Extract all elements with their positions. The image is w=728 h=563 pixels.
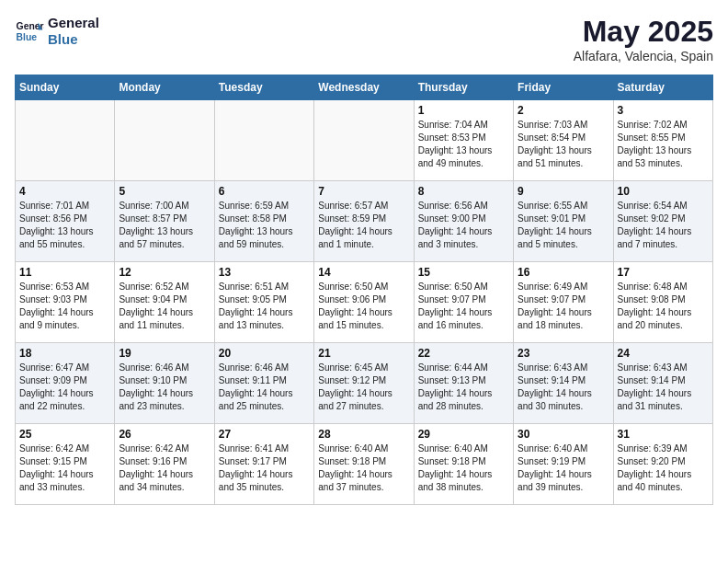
day-cell-30: 30Sunrise: 6:40 AM Sunset: 9:19 PM Dayli…	[514, 424, 613, 505]
week-row-1: 1Sunrise: 7:04 AM Sunset: 8:53 PM Daylig…	[16, 100, 713, 181]
day-number-7: 7	[318, 185, 409, 198]
day-info-28: Sunrise: 6:40 AM Sunset: 9:18 PM Dayligh…	[318, 442, 409, 494]
day-number-31: 31	[618, 428, 709, 441]
svg-text:Blue: Blue	[17, 32, 38, 42]
day-info-26: Sunrise: 6:42 AM Sunset: 9:16 PM Dayligh…	[119, 442, 210, 494]
day-cell-1: 1Sunrise: 7:04 AM Sunset: 8:53 PM Daylig…	[414, 100, 513, 181]
day-info-22: Sunrise: 6:44 AM Sunset: 9:13 PM Dayligh…	[418, 362, 509, 413]
day-cell-6: 6Sunrise: 6:59 AM Sunset: 8:58 PM Daylig…	[214, 181, 313, 262]
logo-icon: General Blue	[15, 17, 44, 46]
header-day-saturday: Saturday	[613, 75, 712, 100]
day-number-5: 5	[119, 185, 210, 198]
header-day-wednesday: Wednesday	[314, 75, 414, 100]
day-info-19: Sunrise: 6:46 AM Sunset: 9:10 PM Dayligh…	[119, 362, 210, 413]
header-day-thursday: Thursday	[414, 75, 513, 100]
calendar-header-row: SundayMondayTuesdayWednesdayThursdayFrid…	[16, 75, 713, 100]
day-cell-13: 13Sunrise: 6:51 AM Sunset: 9:05 PM Dayli…	[214, 262, 313, 343]
day-info-15: Sunrise: 6:50 AM Sunset: 9:07 PM Dayligh…	[418, 281, 509, 332]
day-info-12: Sunrise: 6:52 AM Sunset: 9:04 PM Dayligh…	[119, 281, 210, 332]
header-day-monday: Monday	[115, 75, 214, 100]
day-info-29: Sunrise: 6:40 AM Sunset: 9:18 PM Dayligh…	[418, 442, 509, 494]
day-number-14: 14	[318, 266, 409, 279]
day-number-23: 23	[518, 347, 609, 360]
day-info-14: Sunrise: 6:50 AM Sunset: 9:06 PM Dayligh…	[318, 281, 409, 332]
empty-cell	[314, 100, 414, 181]
day-cell-2: 2Sunrise: 7:03 AM Sunset: 8:54 PM Daylig…	[514, 100, 613, 181]
day-info-30: Sunrise: 6:40 AM Sunset: 9:19 PM Dayligh…	[518, 442, 609, 494]
calendar-table: SundayMondayTuesdayWednesdayThursdayFrid…	[15, 75, 713, 505]
day-number-30: 30	[518, 428, 609, 441]
day-cell-15: 15Sunrise: 6:50 AM Sunset: 9:07 PM Dayli…	[414, 262, 513, 343]
day-cell-18: 18Sunrise: 6:47 AM Sunset: 9:09 PM Dayli…	[16, 343, 115, 424]
day-info-9: Sunrise: 6:55 AM Sunset: 9:01 PM Dayligh…	[518, 200, 609, 251]
day-info-2: Sunrise: 7:03 AM Sunset: 8:54 PM Dayligh…	[518, 119, 609, 170]
day-number-22: 22	[418, 347, 509, 360]
week-row-2: 4Sunrise: 7:01 AM Sunset: 8:56 PM Daylig…	[16, 181, 713, 262]
day-info-23: Sunrise: 6:43 AM Sunset: 9:14 PM Dayligh…	[518, 362, 609, 413]
day-cell-26: 26Sunrise: 6:42 AM Sunset: 9:16 PM Dayli…	[115, 424, 214, 505]
day-info-8: Sunrise: 6:56 AM Sunset: 9:00 PM Dayligh…	[418, 200, 509, 251]
title-block: May 2025 Alfafara, Valencia, Spain	[574, 15, 713, 63]
day-number-18: 18	[19, 347, 110, 360]
day-number-8: 8	[418, 185, 509, 198]
calendar-header: SundayMondayTuesdayWednesdayThursdayFrid…	[16, 75, 713, 100]
day-info-5: Sunrise: 7:00 AM Sunset: 8:57 PM Dayligh…	[119, 200, 210, 251]
day-number-9: 9	[518, 185, 609, 198]
day-info-13: Sunrise: 6:51 AM Sunset: 9:05 PM Dayligh…	[219, 281, 310, 332]
day-info-6: Sunrise: 6:59 AM Sunset: 8:58 PM Dayligh…	[219, 200, 310, 251]
day-number-10: 10	[618, 185, 709, 198]
day-number-27: 27	[219, 428, 310, 441]
week-row-5: 25Sunrise: 6:42 AM Sunset: 9:15 PM Dayli…	[16, 424, 713, 505]
day-info-16: Sunrise: 6:49 AM Sunset: 9:07 PM Dayligh…	[518, 281, 609, 332]
day-number-13: 13	[219, 266, 310, 279]
page-header: General Blue General Blue May 2025 Alfaf…	[15, 15, 713, 63]
day-number-3: 3	[618, 104, 709, 117]
day-number-24: 24	[618, 347, 709, 360]
day-info-18: Sunrise: 6:47 AM Sunset: 9:09 PM Dayligh…	[19, 362, 110, 413]
empty-cell	[214, 100, 313, 181]
day-cell-5: 5Sunrise: 7:00 AM Sunset: 8:57 PM Daylig…	[115, 181, 214, 262]
day-cell-23: 23Sunrise: 6:43 AM Sunset: 9:14 PM Dayli…	[514, 343, 613, 424]
empty-cell	[115, 100, 214, 181]
day-cell-25: 25Sunrise: 6:42 AM Sunset: 9:15 PM Dayli…	[16, 424, 115, 505]
day-cell-27: 27Sunrise: 6:41 AM Sunset: 9:17 PM Dayli…	[214, 424, 313, 505]
day-info-25: Sunrise: 6:42 AM Sunset: 9:15 PM Dayligh…	[19, 442, 110, 494]
day-cell-12: 12Sunrise: 6:52 AM Sunset: 9:04 PM Dayli…	[115, 262, 214, 343]
day-cell-19: 19Sunrise: 6:46 AM Sunset: 9:10 PM Dayli…	[115, 343, 214, 424]
day-number-1: 1	[418, 104, 509, 117]
day-info-11: Sunrise: 6:53 AM Sunset: 9:03 PM Dayligh…	[19, 281, 110, 332]
day-cell-3: 3Sunrise: 7:02 AM Sunset: 8:55 PM Daylig…	[613, 100, 712, 181]
empty-cell	[16, 100, 115, 181]
header-day-tuesday: Tuesday	[214, 75, 313, 100]
day-info-20: Sunrise: 6:46 AM Sunset: 9:11 PM Dayligh…	[219, 362, 310, 413]
day-info-31: Sunrise: 6:39 AM Sunset: 9:20 PM Dayligh…	[618, 442, 709, 494]
day-number-26: 26	[119, 428, 210, 441]
day-cell-17: 17Sunrise: 6:48 AM Sunset: 9:08 PM Dayli…	[613, 262, 712, 343]
day-number-16: 16	[518, 266, 609, 279]
day-number-12: 12	[119, 266, 210, 279]
day-number-17: 17	[618, 266, 709, 279]
day-info-1: Sunrise: 7:04 AM Sunset: 8:53 PM Dayligh…	[418, 119, 509, 170]
logo-line2: Blue	[48, 31, 99, 48]
day-cell-14: 14Sunrise: 6:50 AM Sunset: 9:06 PM Dayli…	[314, 262, 414, 343]
day-info-3: Sunrise: 7:02 AM Sunset: 8:55 PM Dayligh…	[618, 119, 709, 170]
day-cell-9: 9Sunrise: 6:55 AM Sunset: 9:01 PM Daylig…	[514, 181, 613, 262]
day-number-15: 15	[418, 266, 509, 279]
day-info-24: Sunrise: 6:43 AM Sunset: 9:14 PM Dayligh…	[618, 362, 709, 413]
location: Alfafara, Valencia, Spain	[574, 49, 713, 63]
day-info-17: Sunrise: 6:48 AM Sunset: 9:08 PM Dayligh…	[618, 281, 709, 332]
day-cell-8: 8Sunrise: 6:56 AM Sunset: 9:00 PM Daylig…	[414, 181, 513, 262]
header-day-sunday: Sunday	[16, 75, 115, 100]
logo-line1: General	[48, 15, 99, 31]
day-cell-7: 7Sunrise: 6:57 AM Sunset: 8:59 PM Daylig…	[314, 181, 414, 262]
week-row-3: 11Sunrise: 6:53 AM Sunset: 9:03 PM Dayli…	[16, 262, 713, 343]
logo: General Blue General Blue	[15, 15, 99, 48]
day-cell-11: 11Sunrise: 6:53 AM Sunset: 9:03 PM Dayli…	[16, 262, 115, 343]
calendar-body: 1Sunrise: 7:04 AM Sunset: 8:53 PM Daylig…	[16, 100, 713, 505]
day-number-4: 4	[19, 185, 110, 198]
day-number-29: 29	[418, 428, 509, 441]
day-number-19: 19	[119, 347, 210, 360]
day-info-4: Sunrise: 7:01 AM Sunset: 8:56 PM Dayligh…	[19, 200, 110, 251]
day-info-10: Sunrise: 6:54 AM Sunset: 9:02 PM Dayligh…	[618, 200, 709, 251]
day-cell-31: 31Sunrise: 6:39 AM Sunset: 9:20 PM Dayli…	[613, 424, 712, 505]
